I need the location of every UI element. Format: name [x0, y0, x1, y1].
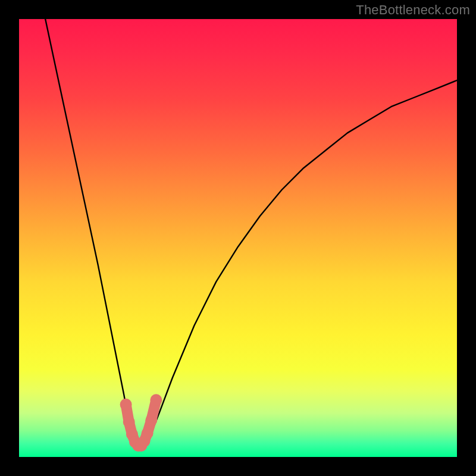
bottleneck-curve: [45, 19, 457, 448]
chart-overlay: [19, 19, 457, 457]
valley-highlight-dots: [120, 394, 162, 452]
highlight-dot: [145, 414, 157, 426]
highlight-dot: [120, 399, 132, 411]
watermark-text: TheBottleneck.com: [356, 2, 470, 18]
highlight-dot: [142, 427, 154, 439]
plot-area: [19, 19, 457, 457]
highlight-dot: [123, 416, 135, 428]
highlight-dot: [150, 394, 162, 406]
chart-frame: TheBottleneck.com: [0, 0, 476, 476]
